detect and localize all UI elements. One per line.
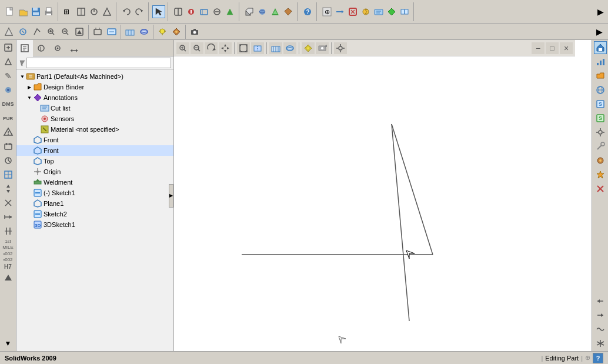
vp-display-mode[interactable] [269, 42, 282, 54]
tb2-camera[interactable] [188, 25, 201, 38]
tb-misc-4[interactable] [211, 5, 223, 18]
ft-tab-property[interactable]: i [33, 40, 49, 56]
left-icon-11[interactable] [2, 225, 15, 238]
ft-tab-dim[interactable] [66, 40, 82, 56]
vp-light[interactable] [302, 42, 315, 54]
right-icon-s1[interactable]: S [594, 98, 607, 111]
right-icon-cross[interactable] [594, 182, 607, 195]
new-button[interactable] [4, 5, 16, 18]
left-icon-5[interactable] [2, 126, 15, 139]
vp-settings[interactable] [334, 42, 347, 54]
right-icon-wave[interactable] [594, 323, 607, 336]
right-icon-home[interactable] [594, 41, 607, 54]
tb-3d-1[interactable] [243, 5, 256, 18]
tb2-options[interactable]: ▶ [593, 25, 606, 38]
redo-button[interactable] [133, 5, 146, 18]
tree-item-annotations[interactable]: ▼ Annotations [16, 92, 173, 103]
print-button[interactable] [42, 5, 55, 18]
right-icon-chart[interactable] [594, 55, 607, 68]
tree-item-origin[interactable]: ▶ Origin [16, 166, 173, 177]
options-arrow[interactable]: ▶ [594, 5, 607, 18]
left-icon-3[interactable]: ✎ [2, 69, 15, 82]
tb-btn-1[interactable]: ⊞ [62, 5, 75, 18]
tb-3d-2[interactable] [256, 5, 269, 18]
filter-input[interactable] [26, 58, 171, 68]
tb-btn-3[interactable] [88, 5, 101, 18]
tree-item-plane1[interactable]: ▶ Plane1 [16, 198, 173, 209]
right-icon-tools[interactable] [594, 140, 607, 153]
tree-item-weldment[interactable]: ▶ Weldment [16, 177, 173, 188]
left-icon-6[interactable] [2, 140, 15, 153]
tb2-1[interactable] [2, 25, 15, 38]
left-icon-4[interactable] [2, 84, 15, 96]
right-icon-star[interactable] [594, 168, 607, 181]
ft-tab-tree[interactable] [16, 40, 33, 56]
left-icon-7[interactable] [2, 154, 15, 167]
tb2-6[interactable] [105, 25, 118, 38]
tb-3d-4[interactable] [282, 5, 295, 18]
save-button[interactable] [29, 5, 42, 18]
tree-item-design-binder[interactable]: ▶ Design Binder [16, 82, 173, 92]
right-icon-scroll-2[interactable] [594, 309, 607, 322]
tb2-zoom-out[interactable] [59, 25, 72, 38]
tb-misc-2[interactable] [185, 5, 198, 18]
tb2-2[interactable] [16, 25, 29, 38]
tree-item-cutlist[interactable]: ▶ Cut list [16, 103, 173, 113]
left-icon-pur[interactable]: PUR [2, 112, 15, 125]
vp-zoom-in[interactable] [176, 42, 189, 54]
right-icon-folder[interactable] [594, 69, 607, 82]
tb2-3[interactable] [31, 25, 44, 38]
tb-3d-3[interactable] [269, 5, 282, 18]
tb-extra-7[interactable] [398, 5, 411, 18]
tree-item-sketch1[interactable]: ▶ (-) Sketch1 [16, 188, 173, 198]
tree-item-material[interactable]: ▶ Material <not specified> [16, 124, 173, 135]
tb2-display[interactable] [123, 25, 136, 38]
right-icon-settings[interactable] [594, 126, 607, 139]
left-icon-2[interactable] [2, 55, 15, 68]
right-icon-globe[interactable] [594, 84, 607, 96]
tb-extra-1[interactable]: ⊕ [320, 5, 333, 18]
right-icon-scroll-1[interactable] [594, 295, 607, 308]
vp-close[interactable]: × [560, 42, 573, 54]
vp-fit[interactable] [237, 42, 250, 54]
left-icon-up[interactable] [2, 271, 15, 284]
tb-misc-1[interactable] [172, 5, 185, 18]
ft-tab-config[interactable] [49, 40, 66, 56]
tree-root-item[interactable]: ▼ Part1 (Default<As Machined>) [16, 71, 173, 82]
tb-btn-4[interactable] [101, 5, 113, 18]
right-icon-star2[interactable] [594, 337, 607, 350]
left-icon-1[interactable] [2, 41, 15, 54]
left-icon-10[interactable] [2, 211, 15, 223]
tb-btn-2[interactable] [75, 5, 88, 18]
tb-extra-3[interactable] [346, 5, 359, 18]
tb2-5[interactable] [91, 25, 104, 38]
status-help[interactable]: ? [593, 353, 603, 363]
left-icon-9[interactable] [2, 196, 15, 209]
tb-extra-5[interactable] [372, 5, 385, 18]
tree-item-front[interactable]: ▶ Front [16, 135, 173, 145]
vp-pan[interactable] [219, 42, 232, 54]
left-icon-8[interactable] [2, 168, 15, 181]
left-icon-dms[interactable]: DMS [2, 98, 15, 111]
vp-minimize[interactable]: − [532, 42, 544, 54]
open-button[interactable] [16, 5, 29, 18]
left-collapse-icon[interactable]: ▼ [2, 337, 15, 350]
tb2-render[interactable] [170, 25, 183, 38]
help-button[interactable]: ? [301, 5, 314, 18]
tb2-light[interactable] [156, 25, 169, 38]
tree-item-right[interactable]: ▶ Top [16, 156, 173, 166]
tree-item-sketch2[interactable]: ▶ Sketch2 [16, 209, 173, 219]
tb-extra-4[interactable]: Σ [359, 5, 372, 18]
tree-item-top[interactable]: ▶ Front [16, 145, 173, 156]
tb-extra-6[interactable] [385, 5, 398, 18]
vp-camera[interactable] [316, 42, 329, 54]
right-icon-s2[interactable]: S [594, 112, 607, 125]
right-icon-paint[interactable] [594, 154, 607, 167]
left-icon-arrows[interactable] [2, 182, 15, 195]
tree-item-sensors[interactable]: ▶ Sensors [16, 113, 173, 124]
tb-misc-5[interactable] [223, 5, 236, 18]
tb-misc-3[interactable] [198, 5, 211, 18]
tb-extra-2[interactable] [333, 5, 346, 18]
tree-item-3dsketch1[interactable]: ▶ 3D 3DSketch1 [16, 219, 173, 230]
select-button[interactable] [152, 5, 165, 18]
